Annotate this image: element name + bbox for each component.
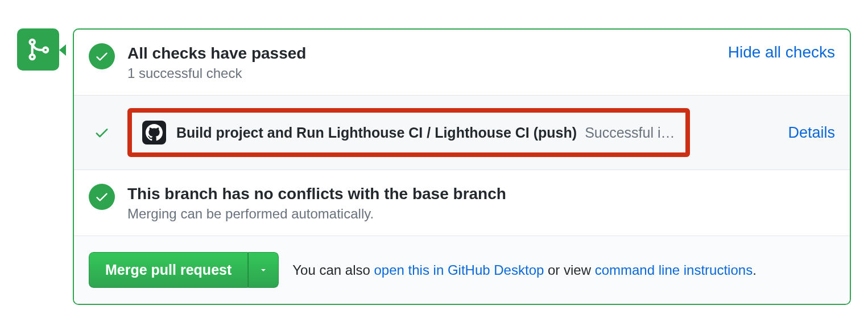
check-status-text: Successful i…: [585, 125, 675, 141]
checks-title: All checks have passed: [127, 43, 719, 63]
check-icon: [94, 125, 110, 141]
merge-pull-request-button[interactable]: Merge pull request: [89, 252, 248, 288]
merge-options-dropdown-button[interactable]: [248, 252, 279, 288]
checks-subtitle: 1 successful check: [127, 65, 719, 81]
merge-hint-mid: or view: [544, 262, 594, 278]
github-actions-avatar: [142, 121, 166, 145]
merge-hint-suffix: .: [753, 262, 757, 278]
success-status-circle: [89, 43, 115, 69]
merge-timeline-badge: [17, 28, 59, 71]
merge-hint-prefix: You can also: [292, 262, 374, 278]
merge-footer: Merge pull request You can also open thi…: [74, 236, 850, 304]
github-icon: [146, 124, 163, 141]
checks-summary-section: All checks have passed 1 successful chec…: [74, 30, 850, 96]
hide-checks-link[interactable]: Hide all checks: [728, 43, 835, 61]
command-line-instructions-link[interactable]: command line instructions: [595, 262, 753, 278]
check-name[interactable]: Build project and Run Lighthouse CI / Li…: [176, 125, 577, 141]
conflicts-title: This branch has no conflicts with the ba…: [127, 184, 835, 204]
merge-status-box: All checks have passed 1 successful chec…: [73, 28, 851, 305]
check-details-link[interactable]: Details: [776, 124, 835, 142]
check-icon: [94, 189, 109, 204]
open-github-desktop-link[interactable]: open this in GitHub Desktop: [374, 262, 544, 278]
merge-hint-text: You can also open this in GitHub Desktop…: [292, 262, 757, 278]
check-row-status: [89, 125, 115, 141]
check-highlight-box: Build project and Run Lighthouse CI / Li…: [127, 108, 690, 157]
git-merge-icon: [26, 37, 51, 62]
check-icon: [94, 49, 109, 64]
check-row: Build project and Run Lighthouse CI / Li…: [74, 96, 850, 170]
conflicts-subtitle: Merging can be performed automatically.: [127, 206, 835, 222]
caret-down-icon: [259, 266, 268, 275]
conflicts-section: This branch has no conflicts with the ba…: [74, 170, 850, 236]
merge-button-group: Merge pull request: [89, 252, 279, 288]
success-status-circle: [89, 184, 115, 210]
